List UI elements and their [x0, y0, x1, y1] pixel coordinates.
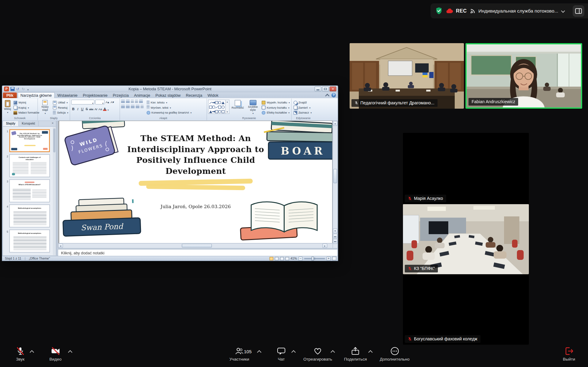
slide-thumbnail-4[interactable]: 4 Methodological assumptions: [5, 204, 50, 227]
smartart-button[interactable]: Konwertuj na grafikę SmartArt: [146, 110, 192, 115]
new-slide-button[interactable]: Nowy slajd: [39, 100, 51, 115]
tab-widok[interactable]: Widok: [205, 92, 221, 98]
save-icon[interactable]: [10, 87, 14, 91]
tab-przejscia[interactable]: Przejścia: [110, 92, 131, 98]
section-button[interactable]: Sekcja: [52, 110, 69, 115]
help-icon[interactable]: ?: [332, 93, 336, 97]
chat-button[interactable]: Чат: [277, 346, 286, 361]
participants-options-chevron[interactable]: [257, 350, 261, 354]
justify-icon[interactable]: [136, 105, 139, 109]
font-family-select[interactable]: [71, 100, 94, 105]
powerpoint-icon[interactable]: P: [4, 86, 9, 91]
leave-button[interactable]: Выйти: [563, 346, 575, 361]
recording-indicator[interactable]: REC: [446, 8, 467, 14]
close-button[interactable]: [330, 86, 336, 91]
minimize-button[interactable]: [315, 86, 321, 91]
react-button[interactable]: Отреагировать: [303, 346, 332, 361]
shape-outline-button[interactable]: Kontury kształtu: [261, 105, 290, 110]
find-button[interactable]: Znajdź: [293, 100, 313, 105]
encryption-shield-icon[interactable]: [435, 7, 442, 15]
tab-wstawianie[interactable]: Wstawianie: [55, 92, 80, 98]
font-color-button[interactable]: [103, 107, 107, 111]
align-center-icon[interactable]: [126, 105, 130, 109]
panel-scrollbar[interactable]: [53, 127, 56, 256]
slide-thumbnail-1[interactable]: 1 The STEAM Method: An Interdisciplinary…: [5, 129, 50, 152]
paste-button[interactable]: Wklej: [3, 100, 12, 115]
font-size-select[interactable]: [95, 100, 105, 105]
chevron-down-icon[interactable]: [561, 9, 565, 13]
align-right-icon[interactable]: [131, 105, 135, 109]
slideshow-view-button[interactable]: [285, 257, 289, 260]
video-tile-bpfk[interactable]: КЗ "БПФК": [403, 204, 529, 274]
cut-button[interactable]: Wytnij: [13, 100, 40, 105]
bullets-icon[interactable]: [121, 100, 125, 103]
video-tile-dragomanov[interactable]: Педагогічний факультет Драгомано...: [350, 43, 464, 109]
slide-thumbnail-3[interactable]: 3 What is STEAM Education?: [5, 179, 50, 202]
tab-recenzja[interactable]: Recenzja: [183, 92, 205, 98]
scroll-down-button[interactable]: ▾: [333, 228, 338, 233]
zoom-out-button[interactable]: −: [298, 257, 302, 260]
next-slide-button[interactable]: ▾▾: [333, 239, 338, 244]
arrange-button[interactable]: Rozmieść: [231, 100, 245, 115]
qat-dropdown-icon[interactable]: [27, 85, 28, 92]
shape-effects-button[interactable]: Efekty kształtów: [261, 110, 290, 115]
video-options-chevron[interactable]: [68, 350, 72, 354]
zoom-slider[interactable]: [304, 258, 325, 259]
scroll-up-button[interactable]: ▴: [333, 121, 338, 126]
view-layout-button[interactable]: [573, 5, 584, 17]
panel-tab-outline[interactable]: Konspekt: [19, 121, 38, 126]
video-button[interactable]: Видео: [49, 346, 61, 361]
scroll-left-button[interactable]: ◂: [58, 243, 63, 248]
vertical-scrollbar[interactable]: ▴ ▾ ▴▴ ▾▾: [332, 121, 337, 248]
tab-projektowanie[interactable]: Projektowanie: [80, 92, 110, 98]
mute-button[interactable]: Звук: [16, 346, 25, 361]
italic-button[interactable]: [76, 107, 80, 111]
slide-sorter-view-button[interactable]: [275, 257, 279, 260]
normal-view-button[interactable]: [270, 257, 273, 260]
hscroll-thumb[interactable]: [182, 244, 212, 248]
strikethrough-button[interactable]: [85, 107, 89, 111]
video-tile-fabian[interactable]: Fabian Andruszkiewicz: [465, 43, 582, 109]
change-case-button[interactable]: [98, 107, 102, 111]
tab-plik[interactable]: Plik: [3, 92, 17, 98]
grow-font-icon[interactable]: A▴: [105, 100, 109, 104]
tab-animacje[interactable]: Animacje: [131, 92, 153, 98]
zoom-in-button[interactable]: +: [327, 257, 331, 260]
maximize-button[interactable]: [322, 86, 329, 91]
layout-button[interactable]: Układ: [52, 100, 69, 105]
zoom-slider-thumb[interactable]: [312, 257, 314, 260]
ppt-title-bar[interactable]: Kopia – Metoda STEAM - Microsoft PowerPo…: [2, 86, 338, 92]
shapes-gallery[interactable]: ▴▾: [208, 100, 229, 114]
reset-button[interactable]: Resetuj: [52, 105, 69, 110]
share-screen-button[interactable]: Поделиться: [344, 346, 367, 361]
align-text-button[interactable]: Wyrówn. tekst: [146, 105, 192, 110]
audio-options-chevron[interactable]: [30, 350, 34, 354]
notes-area[interactable]: Kliknij, aby dodać notatki: [58, 249, 338, 256]
align-left-icon[interactable]: [121, 105, 125, 109]
select-button[interactable]: Zaznacz: [293, 110, 313, 115]
more-button[interactable]: Дополнительно: [380, 346, 409, 361]
bold-button[interactable]: [71, 107, 75, 111]
character-spacing-button[interactable]: [94, 107, 98, 111]
fit-to-window-button[interactable]: [332, 257, 336, 260]
columns-icon[interactable]: [141, 105, 144, 109]
redo-icon[interactable]: ↻: [22, 87, 26, 91]
scroll-thumb[interactable]: [333, 169, 337, 183]
video-tile-boguslav[interactable]: Богуславський фаховий коледж: [403, 274, 529, 345]
shadow-button[interactable]: [89, 107, 93, 111]
format-painter-button[interactable]: Malarz formatów: [13, 110, 40, 115]
replace-button[interactable]: Zamień: [293, 105, 313, 110]
live-stream-indicator[interactable]: Индивидуальная служба потоково...: [470, 8, 565, 14]
tab-narzedzia-glowne[interactable]: Narzędzia główne: [17, 92, 55, 98]
chat-options-chevron[interactable]: [291, 350, 296, 354]
horizontal-scrollbar[interactable]: ◂ ▸: [58, 243, 333, 248]
increase-indent-icon[interactable]: [135, 100, 138, 103]
line-spacing-icon[interactable]: [139, 100, 143, 103]
decrease-indent-icon[interactable]: [131, 100, 134, 103]
text-direction-button[interactable]: Kier. tekstu: [146, 100, 192, 105]
shapes-scroll[interactable]: ▴▾: [225, 100, 229, 114]
powerpoint-window[interactable]: Kopia – Metoda STEAM - Microsoft PowerPo…: [2, 85, 338, 261]
participants-button[interactable]: Участники 105: [230, 346, 249, 361]
video-tile-maria[interactable]: Марія Асаулко: [403, 133, 529, 204]
react-options-chevron[interactable]: [331, 350, 335, 354]
